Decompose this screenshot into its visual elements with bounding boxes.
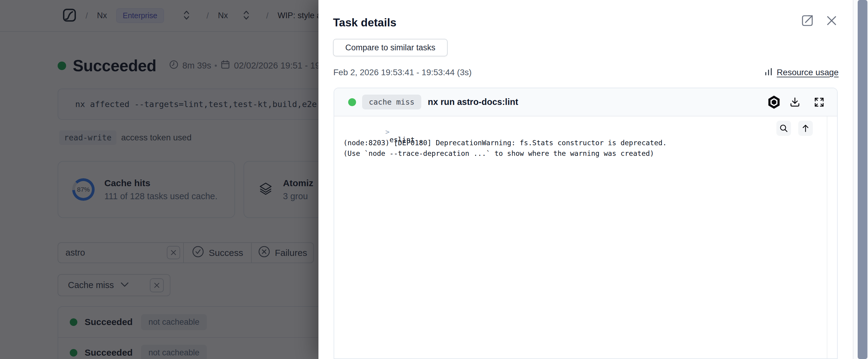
open-in-new-tab-button[interactable] [800,13,815,28]
terminal-prompt: > [385,128,390,136]
page-scrollbar-thumb[interactable] [858,0,867,359]
cache-miss-badge: cache miss [362,95,421,109]
download-log-button[interactable] [789,96,801,108]
expand-terminal-button[interactable] [813,96,825,108]
screen: / Nx Enterprise / Nx / WIP: style and Su… [0,0,868,359]
external-link-icon [800,13,815,28]
bar-chart-icon [764,67,773,77]
scroll-to-top-button[interactable] [798,121,813,136]
close-icon [826,14,838,27]
task-command-title: nx run astro-docs:lint [428,97,518,107]
terminal-line: > eslint . [343,120,423,152]
terminal-line: (Use `node --trace-deprecation ...` to s… [343,150,654,157]
expand-icon [813,96,825,108]
terminal-scrollbar[interactable] [827,117,837,359]
drawer-title: Task details [333,17,396,29]
page-scrollbar[interactable] [853,0,868,359]
arrow-up-icon [801,124,810,133]
close-drawer-button[interactable] [826,14,838,27]
task-time-range: Feb 2, 2026 19:53:41 - 19:53:44 (3s) [333,68,472,77]
compare-similar-tasks-button[interactable]: Compare to similar tasks [333,39,448,56]
resource-usage-label: Resource usage [777,68,839,77]
modal-backdrop[interactable] [0,0,318,359]
terminal-line: (node:8203) [DEP0180] DeprecationWarning… [343,139,666,147]
terminal-header: cache miss nx run astro-docs:lint [334,88,837,117]
terminal-search-button[interactable] [776,121,791,136]
status-dot [348,98,356,106]
download-icon [789,96,801,108]
hexagon-icon [767,96,781,109]
task-details-drawer: Task details Compare to similar tasks Fe… [318,0,868,359]
task-terminal-panel: cache miss nx run astro-docs:lint [334,88,838,359]
flaky-detection-button[interactable] [767,96,781,109]
search-icon [779,124,788,133]
terminal-output[interactable]: > eslint . (node:8203) [DEP0180] Depreca… [334,117,837,359]
resource-usage-link[interactable]: Resource usage [764,67,839,77]
